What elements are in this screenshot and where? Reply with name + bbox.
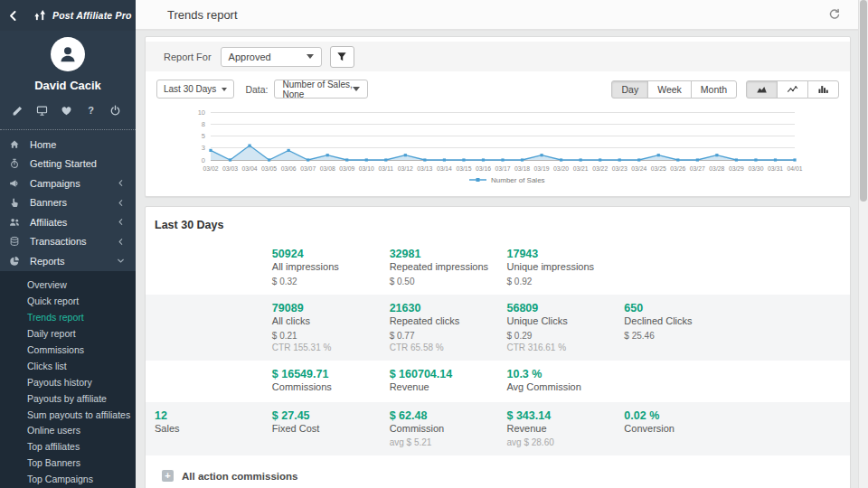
stats-row: 12Sales$ 27.45Fixed Cost$ 62.48Commissio… xyxy=(146,402,850,455)
refresh-icon xyxy=(828,8,842,21)
submenu-item-overview[interactable]: Overview xyxy=(0,277,136,294)
sidebar-item-home[interactable]: Home xyxy=(0,135,136,155)
sidebar-item-banners[interactable]: Banners xyxy=(0,193,136,213)
svg-text:03/14: 03/14 xyxy=(437,165,452,172)
report-for-select[interactable]: Approved xyxy=(221,47,322,67)
caret-down-icon xyxy=(222,88,227,91)
stat-label: Commission xyxy=(390,423,491,436)
reports-submenu: OverviewQuick reportTrends reportDaily r… xyxy=(0,271,136,488)
avatar[interactable] xyxy=(51,37,85,71)
range-tab-week[interactable]: Week xyxy=(647,80,692,99)
submenu-item-payouts-by-affiliate[interactable]: Payouts by affiliate xyxy=(0,390,136,407)
svg-text:03/16: 03/16 xyxy=(476,165,491,172)
stat-note: CTR 65.58 % xyxy=(390,343,491,352)
sidebar-item-label: Affiliates xyxy=(30,217,67,228)
sidebar-item-label: Banners xyxy=(30,197,67,208)
trends-chart-panel: Report For Approved Last 30 Days Data: N… xyxy=(145,36,851,197)
svg-text:03/25: 03/25 xyxy=(651,165,666,172)
sidebar-item-campaigns[interactable]: Campaigns xyxy=(0,174,136,193)
scrollbar-thumb[interactable] xyxy=(860,0,867,202)
question-icon[interactable]: ? xyxy=(85,105,99,119)
report-for-label: Report For xyxy=(164,52,212,62)
sidebar-item-affiliates[interactable]: Affiliates xyxy=(0,212,136,232)
stat-unique-clicks: 56809Unique Clicks$ 0.29CTR 316.61 % xyxy=(497,301,615,352)
monitor-icon[interactable] xyxy=(36,105,51,119)
stat-value: 650 xyxy=(624,301,725,315)
sidebar-divider xyxy=(0,129,136,130)
svg-text:04/01: 04/01 xyxy=(787,165,802,172)
svg-text:8: 8 xyxy=(202,120,205,128)
stat-note: avg $ 28.60 xyxy=(506,437,608,447)
coins-icon xyxy=(9,235,22,248)
submenu-item-clicks-list[interactable]: Clicks list xyxy=(0,358,136,374)
data-select[interactable]: Number of Sales, None xyxy=(274,80,368,99)
range-tab-day[interactable]: Day xyxy=(611,80,648,99)
submenu-item-sum-payouts-to-affiliates[interactable]: Sum payouts to affiliates xyxy=(0,407,136,423)
stat-unit-cost: $ 0.29 xyxy=(506,331,608,341)
stat-label: Conversion xyxy=(624,423,725,436)
chart-type-bar-button[interactable] xyxy=(807,80,839,99)
refresh-button[interactable] xyxy=(828,8,842,22)
stat-value: $ 343.14 xyxy=(506,408,608,423)
range-tab-month[interactable]: Month xyxy=(691,80,737,99)
stat-label: Revenue xyxy=(506,423,608,436)
trends-chart: 03581003/0203/0303/0403/0503/0603/0703/0… xyxy=(146,108,850,194)
sidebar-item-transactions[interactable]: Transactions xyxy=(0,232,136,252)
chart-type-line-button[interactable] xyxy=(777,80,808,99)
submenu-item-daily-report[interactable]: Daily report xyxy=(0,325,136,342)
submenu-item-top-banners[interactable]: Top Banners xyxy=(0,455,136,471)
brand-logo[interactable]: Post Affiliate Pro xyxy=(33,9,132,22)
submenu-item-payouts-history[interactable]: Payouts history xyxy=(0,374,136,390)
submenu-item-trends-report[interactable]: Trends report xyxy=(0,309,136,325)
period-select[interactable]: Last 30 Days xyxy=(156,80,234,99)
stat-all-impressions: 50924All impressions$ 0.32 xyxy=(263,247,381,286)
power-icon[interactable] xyxy=(109,105,124,119)
stat-value: $ 27.45 xyxy=(272,408,373,423)
user-action-icons: ? xyxy=(0,105,136,119)
expand-plus-icon[interactable]: + xyxy=(162,470,174,482)
chevron-left-icon xyxy=(117,199,125,207)
stat-avg-commission: 10.3 %Avg Commission xyxy=(497,367,615,394)
stats-row: $ 16549.71Commissions$ 160704.14Revenue1… xyxy=(146,361,850,402)
sidebar-item-reports[interactable]: Reports xyxy=(0,251,136,271)
submenu-item-quick-report[interactable]: Quick report xyxy=(0,293,136,309)
stat-declined-clicks: 650Declined Clicks$ 25.46 xyxy=(615,301,732,352)
chart-type-area-button[interactable] xyxy=(746,80,778,99)
stat-label: All impressions xyxy=(272,261,373,274)
sidebar-item-getting-started[interactable]: Getting Started xyxy=(0,155,136,174)
svg-text:03/30: 03/30 xyxy=(748,165,763,172)
svg-text:03/28: 03/28 xyxy=(709,165,724,172)
filter-button[interactable] xyxy=(330,46,354,68)
submenu-item-online-users[interactable]: Online users xyxy=(0,423,136,439)
stat-value: 56809 xyxy=(506,301,608,315)
stat-value: 32981 xyxy=(390,247,491,261)
stat-value: 10.3 % xyxy=(506,367,608,381)
submenu-item-top-affiliates[interactable]: Top affiliates xyxy=(0,438,136,455)
chevron-left-icon xyxy=(117,218,125,226)
stat-label: Declined Clicks xyxy=(624,315,725,328)
pencil-icon[interactable] xyxy=(12,105,26,119)
stat-value: 79089 xyxy=(272,301,373,315)
page-title: Trends report xyxy=(167,8,238,22)
user-panel: David Cacik ? xyxy=(0,31,136,119)
submenu-item-top-campaigns[interactable]: Top Campaigns xyxy=(0,471,136,487)
svg-text:03/15: 03/15 xyxy=(456,165,471,172)
stat-commissions: $ 16549.71Commissions xyxy=(263,367,381,394)
chevron-left-icon xyxy=(117,179,125,187)
stat-unit-cost: $ 0.21 xyxy=(272,331,373,341)
sidebar-item-label: Home xyxy=(30,139,56,150)
back-button[interactable] xyxy=(7,5,19,25)
stopwatch-icon xyxy=(9,157,22,170)
stats-row: 79089All clicks$ 0.21CTR 155.31 %21630Re… xyxy=(146,295,850,361)
submenu-item-commissions[interactable]: Commissions xyxy=(0,342,136,358)
svg-text:03/27: 03/27 xyxy=(690,165,705,172)
report-for-value: Approved xyxy=(229,52,271,62)
svg-text:03/22: 03/22 xyxy=(592,165,608,172)
page-scrollbar[interactable] xyxy=(858,0,868,488)
svg-text:03/11: 03/11 xyxy=(379,165,394,172)
user-name: David Cacik xyxy=(0,79,136,92)
heart-icon[interactable] xyxy=(61,105,75,119)
svg-text:03/31: 03/31 xyxy=(768,165,783,172)
stat-repeated-clicks: 21630Repeated clicks$ 0.77CTR 65.58 % xyxy=(381,301,498,352)
stat-value: 0.02 % xyxy=(624,408,725,423)
